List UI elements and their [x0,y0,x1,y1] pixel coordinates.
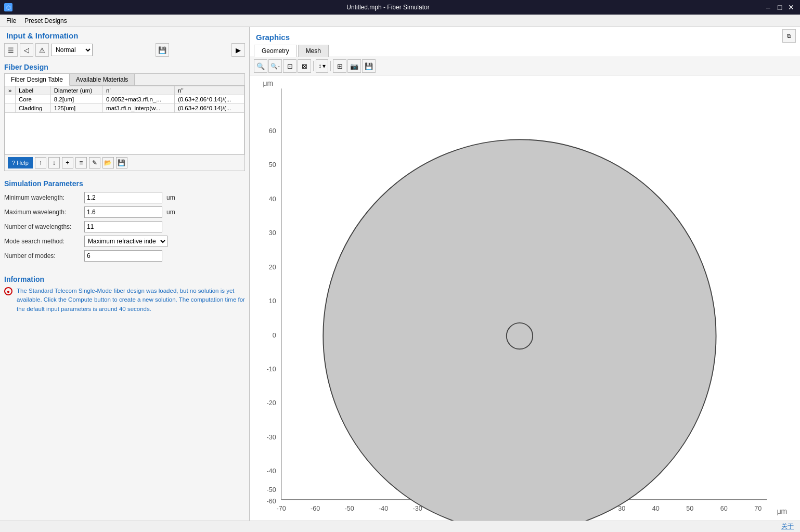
fiber-design-table-container: » Label Diameter (um) n' n'' Core [5,86,244,154]
info-text: The Standard Telecom Single-Mode fiber d… [17,287,245,314]
toolbar-btn-save[interactable]: 💾 [156,43,169,57]
max-wl-unit: um [166,209,175,216]
toolbar-btn-back[interactable]: ◁ [20,43,33,57]
param-row-num-wavelengths: Number of wavelengths: [4,221,245,232]
tab-fiber-design-table[interactable]: Fiber Design Table [5,74,70,86]
param-row-mode-search: Mode search method: Maximum refractive i… [4,236,245,247]
toolbar-btn-menu[interactable]: ☰ [4,43,18,57]
menu-file[interactable]: File [2,16,20,25]
y-axis-label-20: 20 [269,264,276,271]
arrow-icon: ↕ [318,62,321,70]
info-warning-icon: ● [4,287,12,295]
toolbar-btn-compute[interactable]: ▶ [231,43,245,57]
param-label-min-wl: Minimum wavelength: [4,194,82,201]
table-row[interactable]: Cladding 125[um] mat3.rfi.n_interp(w... … [5,104,244,113]
fiber-design-table: » Label Diameter (um) n' n'' Core [5,86,244,154]
x-axis-label-40: 40 [652,505,660,512]
help-button[interactable]: ? Help [8,157,33,168]
graphics-title: Graphics [250,29,296,44]
y-axis-label-neg10: -10 [266,366,276,373]
num-wavelengths-input[interactable] [84,221,162,232]
graphics-canvas: μm μm 60 50 40 30 20 10 0 -10 -20 -30 -4… [250,75,800,521]
chevron-down-icon: ▾ [322,62,326,70]
move-up-button[interactable]: ↑ [35,157,46,168]
table-cell-arrow [5,95,16,104]
window-controls[interactable]: – □ ✕ [764,3,796,12]
zoom-fit-button[interactable]: ⊡ [283,59,296,73]
list-button[interactable]: ≡ [75,157,87,168]
fiber-bottom-toolbar: ? Help ↑ ↓ + ≡ ✎ 📂 💾 [5,154,244,171]
move-down-button[interactable]: ↓ [48,157,60,168]
menu-bar: File Preset Designs [0,15,800,27]
save-table-button[interactable]: 💾 [116,157,127,168]
table-cell-diameter-core: 8.2[um] [50,95,102,104]
export-button[interactable]: 💾 [362,59,376,73]
num-modes-input[interactable] [84,250,162,262]
bottom-bar: 关于 [0,521,800,532]
toolbar-separator-2 [330,61,331,71]
x-axis-label-50: 50 [686,505,693,512]
edit-button[interactable]: ✎ [89,157,100,168]
graphics-popout-button[interactable]: ⧉ [782,29,796,43]
mode-search-dropdown[interactable]: Maximum refractive inde Other method [84,236,167,247]
table-cell-arrow [5,104,16,113]
table-header-arrow: » [5,86,16,95]
grid-button[interactable]: ⊞ [333,59,346,73]
x-axis-label-70: 70 [754,505,762,512]
param-label-num-modes: Number of modes: [4,252,82,259]
zoom-out-button[interactable]: 🔍- [268,59,282,73]
right-panel: Graphics ⧉ Geometry Mesh 🔍 🔍- ⊡ ⊠ ↕ ▾ ⊞ … [250,27,800,521]
table-header-n-prime: n' [103,86,175,95]
window-title: Untitled.mph - Fiber Simulator [12,4,764,11]
menu-preset-designs[interactable]: Preset Designs [20,16,71,25]
input-section-title: Input & Information [0,27,249,42]
mode-dropdown[interactable]: Normal Expert [51,44,93,56]
zoom-extent-button[interactable]: ⊠ [298,59,311,73]
tab-mesh[interactable]: Mesh [298,45,329,57]
close-button[interactable]: ✕ [786,3,796,12]
y-axis-label-40: 40 [269,196,276,203]
title-bar-left: ⬡ [4,3,12,11]
open-button[interactable]: 📂 [102,157,114,168]
fiber-design-tab-header: Fiber Design Table Available Materials [5,74,244,86]
fiber-design-section: Fiber Design Fiber Design Table Availabl… [0,59,249,173]
x-axis-unit-label: μm [777,507,788,515]
table-header-label: Label [16,86,51,95]
min-wavelength-input[interactable] [84,192,162,203]
maximize-button[interactable]: □ [775,3,784,12]
input-toolbar: ☰ ◁ ⚠ Normal Expert 💾 ▶ [0,42,249,59]
x-axis-label-neg60: -60 [311,505,320,512]
y-axis-label-neg20: -20 [266,399,276,407]
table-row[interactable]: Core 8.2[um] 0.0052+mat3.rfi.n_... (0.63… [5,95,244,104]
arrow-dropdown-button[interactable]: ↕ ▾ [316,59,328,73]
about-link[interactable]: 关于 [781,522,794,531]
simulation-params-title: Simulation Parameters [4,177,245,192]
param-label-mode-search: Mode search method: [4,238,82,245]
camera-button[interactable]: 📷 [347,59,361,73]
x-axis-label-30: 30 [618,505,625,512]
minimize-button[interactable]: – [764,3,773,12]
max-wavelength-input[interactable] [84,206,162,218]
cladding-circle [323,139,716,521]
y-axis-label-50: 50 [269,161,276,168]
y-axis-label-60: 60 [269,127,276,135]
table-cell-ndprime-core: (0.63+2.06*0.14)/(... [174,95,244,104]
zoom-in-button[interactable]: 🔍 [254,59,267,73]
y-axis-label-0: 0 [273,332,276,339]
param-row-min-wavelength: Minimum wavelength: um [4,192,245,203]
param-label-num-wl: Number of wavelengths: [4,223,82,230]
table-cell-nprime-core: 0.0052+mat3.rfi.n_... [103,95,175,104]
table-header-n-double-prime: n'' [174,86,244,95]
toolbar-btn-warning[interactable]: ⚠ [35,43,49,57]
add-button[interactable]: + [62,157,73,168]
tab-available-materials[interactable]: Available Materials [70,74,135,85]
y-axis-label-neg30: -30 [266,434,276,441]
table-header-diameter: Diameter (um) [50,86,102,95]
table-cell-label-cladding: Cladding [16,104,51,113]
fiber-design-tabs-container: Fiber Design Table Available Materials »… [4,73,245,171]
param-row-max-wavelength: Maximum wavelength: um [4,206,245,218]
x-axis-label-60: 60 [720,505,728,512]
y-axis-label-neg50: -50 [266,486,276,494]
tab-geometry[interactable]: Geometry [254,45,297,57]
y-axis-label-neg40: -40 [266,468,276,475]
